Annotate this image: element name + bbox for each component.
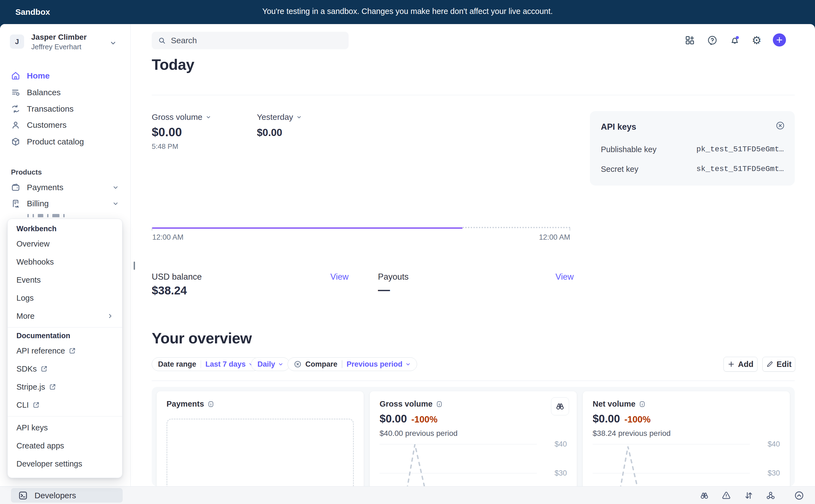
usd-balance-view-link[interactable]: View [315,272,349,282]
payouts-view-link[interactable]: View [540,272,574,282]
overview-heading: Your overview [152,329,252,347]
chevron-right-icon [107,313,113,319]
sandbox-banner: Sandbox You're testing in a sandbox. Cha… [0,0,815,24]
info-icon[interactable] [639,401,646,408]
menu-item-cli[interactable]: CLI [8,396,122,414]
info-icon[interactable] [436,401,443,408]
menu-item-api-reference[interactable]: API reference [8,342,122,360]
collapse-toolbar-icon[interactable] [793,490,805,501]
popup-header-workbench: Workbench [8,223,122,235]
transactions-icon [11,104,20,114]
timeline-start-tick [152,227,152,231]
create-button[interactable] [773,33,786,47]
external-link-icon [69,347,76,354]
settings-gear-icon[interactable]: ⚙ [750,34,763,47]
search-bar[interactable] [152,32,349,49]
gross-volume-value: $0.00 [380,413,407,425]
api-keys-title: API keys [601,122,636,132]
gross-volume-card-title: Gross volume [380,399,432,409]
today-remaining-line [463,227,570,228]
account-name: Jasper Climber [31,33,86,42]
gross-volume-card[interactable]: Gross volume $0.00 -100% $40.00 previous… [370,391,577,486]
menu-item-webhooks[interactable]: Webhooks [8,253,122,271]
gridline-label-30: $30 [753,469,780,477]
timeline-end-label: 12:00 AM [529,233,570,242]
yesterday-metric-selector[interactable]: Yesterday [257,112,302,122]
gross-volume-today-value: $0.00 [152,125,182,139]
errors-warning-icon[interactable] [720,490,732,501]
close-icon[interactable] [776,121,785,130]
invoice-icon [11,199,20,208]
api-keys-card: API keys Publishable key pk_test_51TFD5e… [590,111,795,186]
menu-item-more[interactable]: More [8,307,122,325]
sidebar-item-balances[interactable]: Balances [7,85,124,100]
sidebar-item-product-catalog[interactable]: Product catalog [7,134,124,149]
sidebar-item-transactions[interactable]: Transactions [7,101,124,117]
gridline-label-40: $40 [753,440,780,448]
popup-divider [8,327,122,328]
net-volume-value: $0.00 [592,413,620,425]
developers-button[interactable]: Developers [11,488,123,503]
net-volume-delta: -100% [625,414,651,425]
menu-item-stripe-js[interactable]: Stripe.js [8,378,122,396]
chevron-down-icon [109,39,117,47]
menu-item-events[interactable]: Events [8,271,122,289]
net-volume-card[interactable]: Net volume $0.00 -100% $38.24 previous p… [583,391,790,486]
sidebar-item-payments[interactable]: Payments [7,180,124,195]
sidebar-item-customers[interactable]: Customers [7,117,124,133]
add-button[interactable]: Add [724,357,758,372]
info-icon[interactable] [207,401,215,408]
compare-filter-chip[interactable]: Compare Previous period [288,357,417,371]
menu-item-logs[interactable]: Logs [8,289,122,307]
help-icon[interactable] [706,34,719,47]
search-icon [158,36,166,45]
sidebar-item-billing[interactable]: Billing [7,196,124,211]
menu-item-api-keys[interactable]: API keys [8,419,122,437]
interval-filter-chip[interactable]: Daily [251,357,290,371]
chevron-down-icon [112,184,119,191]
menu-item-overview[interactable]: Overview [8,235,122,253]
webhooks-icon[interactable] [765,490,777,501]
timeline-end-tick [569,227,570,231]
publishable-key-value[interactable]: pk_test_51TFD5eGmt… [697,145,784,153]
chevron-down-icon [278,361,284,367]
requests-arrows-icon[interactable] [743,490,755,501]
terminal-icon [18,491,28,500]
remove-filter-icon[interactable] [294,360,302,368]
external-link-icon [49,383,56,390]
search-input[interactable] [170,36,343,45]
edit-button[interactable]: Edit [762,357,795,372]
pencil-icon [766,361,773,368]
sandbox-banner-message: You're testing in a sandbox. Changes you… [0,0,815,22]
notifications-bell-icon[interactable] [729,34,741,47]
section-divider [152,95,795,95]
balances-icon [11,88,20,97]
sidebar-section-products: Products [11,168,42,176]
external-link-icon [33,401,40,409]
menu-item-created-apps[interactable]: Created apps [8,437,122,455]
chevron-down-icon [206,114,211,120]
sidebar-item-label: Transactions [27,104,74,114]
menu-item-developer-settings[interactable]: Developer settings [8,455,122,473]
payouts-label: Payouts [378,272,409,282]
account-switcher[interactable]: J Jasper Climber Jeffrey Everhart [6,31,124,57]
date-range-filter-chip[interactable]: Date range Last 7 days [152,357,260,371]
sidebar-item-label: Billing [27,199,49,208]
inspector-binoculars-icon[interactable] [698,490,710,501]
net-volume-previous: $38.24 previous period [592,429,671,438]
gross-volume-metric-selector[interactable]: Gross volume [152,112,211,122]
chip-divider [201,360,201,368]
payments-empty-state [166,419,354,486]
previous-period-sparkline [599,441,681,486]
payments-card[interactable]: Payments [157,391,364,486]
customers-icon [11,120,20,130]
secret-key-value[interactable]: sk_test_51TFD5eGmt… [697,165,784,173]
net-volume-card-title: Net volume [592,399,635,409]
timeline-start-label: 12:00 AM [152,233,183,242]
sidebar-item-home[interactable]: Home [7,68,124,83]
sidebar-item-label: Product catalog [27,137,84,146]
menu-item-sdks[interactable]: SDKs [8,360,122,378]
usd-balance-label: USD balance [152,272,202,282]
explore-binoculars-button[interactable] [551,397,569,415]
apps-grid-icon[interactable] [684,34,696,47]
